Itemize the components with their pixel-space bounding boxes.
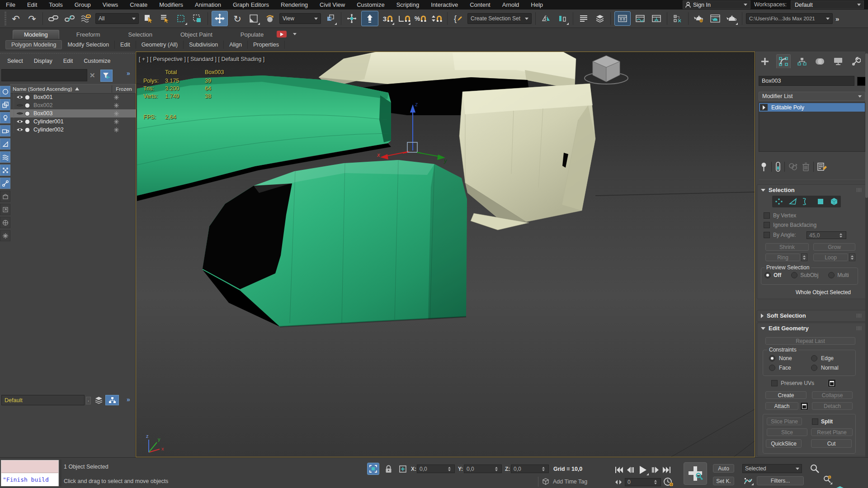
workspace-dropdown[interactable]: Default bbox=[791, 0, 864, 9]
select-and-manipulate-icon[interactable] bbox=[345, 12, 359, 25]
modifier-list-dropdown[interactable]: Modifier List bbox=[759, 92, 865, 101]
spinner-snap-toggle-icon[interactable] bbox=[430, 12, 443, 25]
filter-icon[interactable] bbox=[100, 70, 113, 82]
loop-button[interactable]: Loop bbox=[813, 253, 848, 261]
display-lights-icon[interactable] bbox=[0, 112, 10, 123]
select-by-name-icon[interactable] bbox=[158, 12, 171, 25]
auto-key-button[interactable]: Auto bbox=[713, 464, 734, 473]
select-and-scale-button[interactable] bbox=[247, 12, 260, 25]
render-toggle-icon[interactable] bbox=[24, 103, 33, 108]
active-layer-field[interactable]: Default bbox=[1, 395, 85, 405]
shrink-button[interactable]: Shrink bbox=[765, 243, 809, 251]
frozen-toggle-icon[interactable] bbox=[114, 103, 119, 108]
stack-item[interactable]: Editable Poly bbox=[771, 104, 804, 111]
menu-tools[interactable]: Tools bbox=[43, 0, 68, 9]
unlink-icon[interactable] bbox=[63, 12, 76, 25]
render-setup-icon[interactable] bbox=[692, 12, 706, 25]
attach-settings-icon[interactable] bbox=[800, 402, 808, 410]
menu-animation[interactable]: Animation bbox=[189, 0, 227, 9]
named-selection-set-dropdown[interactable]: Create Selection Set bbox=[467, 13, 532, 24]
tab-modify[interactable] bbox=[776, 54, 791, 68]
create-button[interactable]: Create bbox=[765, 391, 807, 399]
explorer-menu-customize[interactable]: Customize bbox=[78, 58, 116, 64]
menu-content[interactable]: Content bbox=[464, 0, 496, 9]
current-frame-field[interactable]: 0 bbox=[625, 478, 661, 486]
display-xrefs-icon[interactable] bbox=[0, 204, 10, 215]
menu-help[interactable]: Help bbox=[525, 0, 549, 9]
frozen-toggle-icon[interactable] bbox=[114, 95, 119, 100]
angle-snap-toggle-icon[interactable] bbox=[397, 12, 411, 25]
use-pivot-point-center-icon[interactable] bbox=[324, 12, 337, 25]
project-folder-dropdown[interactable]: C:\Users\Flo...3ds Max 2021 bbox=[746, 13, 833, 24]
display-materials-icon[interactable] bbox=[0, 217, 10, 228]
ribbon-tab-modeling[interactable]: Modeling bbox=[13, 30, 59, 39]
next-frame-button[interactable] bbox=[651, 466, 660, 474]
curve-editor-icon[interactable] bbox=[633, 12, 647, 25]
go-to-start-button[interactable] bbox=[615, 466, 623, 474]
split-checkbox[interactable]: Split bbox=[812, 418, 833, 425]
menu-group[interactable]: Group bbox=[69, 0, 97, 9]
display-frozen-icon[interactable] bbox=[0, 230, 10, 241]
soft-selection-header[interactable]: Soft Selection bbox=[761, 312, 862, 319]
remove-modifier-icon[interactable] bbox=[802, 162, 810, 171]
attach-button[interactable]: Attach bbox=[765, 402, 798, 410]
object-name[interactable]: Cylinder002 bbox=[33, 127, 64, 133]
by-angle-field[interactable]: 45,0 bbox=[807, 231, 846, 239]
slice-button[interactable]: Slice bbox=[767, 428, 807, 436]
menu-arnold[interactable]: Arnold bbox=[496, 0, 525, 9]
cut-button[interactable]: Cut bbox=[811, 439, 852, 448]
ribbon-tab-freeform[interactable]: Freeform bbox=[66, 30, 111, 39]
border-mode-icon[interactable] bbox=[803, 198, 811, 205]
eye-open-icon[interactable] bbox=[16, 119, 24, 124]
menu-modifiers[interactable]: Modifiers bbox=[153, 0, 189, 9]
menu-scripting[interactable]: Scripting bbox=[391, 0, 425, 9]
menu-edit[interactable]: Edit bbox=[21, 0, 43, 9]
play-button[interactable] bbox=[637, 464, 649, 476]
schematic-view-icon[interactable] bbox=[650, 12, 663, 25]
menu-create[interactable]: Create bbox=[124, 0, 153, 9]
display-containers-icon[interactable] bbox=[0, 191, 10, 202]
viewport-label[interactable]: [ + ] [ Perspective ] [ Standard ] [ Def… bbox=[139, 56, 264, 62]
select-and-move-button[interactable] bbox=[212, 11, 228, 26]
explorer-more-chevron[interactable]: » bbox=[127, 70, 130, 77]
time-configuration-icon[interactable] bbox=[664, 478, 674, 487]
display-shapes-icon[interactable] bbox=[0, 99, 10, 110]
edit-geometry-header[interactable]: Edit Geometry bbox=[761, 325, 862, 332]
snaps-toggle-icon[interactable]: 3 bbox=[381, 12, 395, 25]
by-vertex-checkbox[interactable]: By Vertex bbox=[764, 212, 796, 219]
reset-plane-button[interactable]: Reset Plane bbox=[811, 428, 853, 436]
object-name[interactable]: Box002 bbox=[33, 102, 52, 108]
redo-button[interactable]: ↷ bbox=[25, 12, 39, 25]
object-name[interactable]: Box001 bbox=[33, 94, 52, 100]
quickslice-button[interactable]: QuickSlice bbox=[766, 439, 802, 448]
ring-spinner[interactable] bbox=[801, 253, 807, 261]
display-cameras-icon[interactable] bbox=[0, 125, 10, 136]
previous-frame-button[interactable] bbox=[625, 466, 634, 474]
go-to-end-button[interactable] bbox=[663, 466, 671, 474]
render-production-icon[interactable] bbox=[725, 12, 738, 25]
configure-modifier-sets-icon[interactable] bbox=[817, 162, 827, 171]
frozen-toggle-icon[interactable] bbox=[114, 111, 119, 116]
detach-button[interactable]: Detach bbox=[812, 402, 853, 410]
y-coord-field[interactable]: 0,0 bbox=[464, 465, 502, 473]
bind-to-space-warp-icon[interactable] bbox=[79, 12, 93, 25]
hierarchy-view-icon[interactable] bbox=[105, 395, 119, 405]
display-space-warps-icon[interactable] bbox=[0, 151, 10, 163]
render-toggle-icon[interactable] bbox=[24, 111, 33, 117]
loop-spinner[interactable] bbox=[849, 253, 855, 261]
macro-recorder-line[interactable] bbox=[1, 460, 58, 473]
preview-option-subobj[interactable]: SubObj bbox=[791, 272, 818, 278]
ribbon-section-edit[interactable]: Edit bbox=[115, 41, 136, 49]
zoom-extents-icon[interactable] bbox=[835, 485, 845, 488]
viewport[interactable]: x y z x y z [ + ] [ Perspective bbox=[136, 52, 755, 457]
listener-line[interactable]: "Finish build bbox=[1, 473, 58, 486]
grow-button[interactable]: Grow bbox=[813, 243, 855, 251]
tab-create[interactable] bbox=[758, 55, 772, 68]
render-toggle-icon[interactable] bbox=[24, 119, 33, 125]
explorer-row-cylinder001[interactable]: Cylinder001 bbox=[10, 117, 136, 126]
object-name[interactable]: Cylinder001 bbox=[33, 118, 64, 125]
menu-rendering[interactable]: Rendering bbox=[275, 0, 314, 9]
explorer-row-box003[interactable]: Box003 bbox=[10, 109, 136, 117]
zoom-all-icon[interactable] bbox=[822, 474, 833, 485]
tab-display[interactable] bbox=[831, 55, 845, 68]
